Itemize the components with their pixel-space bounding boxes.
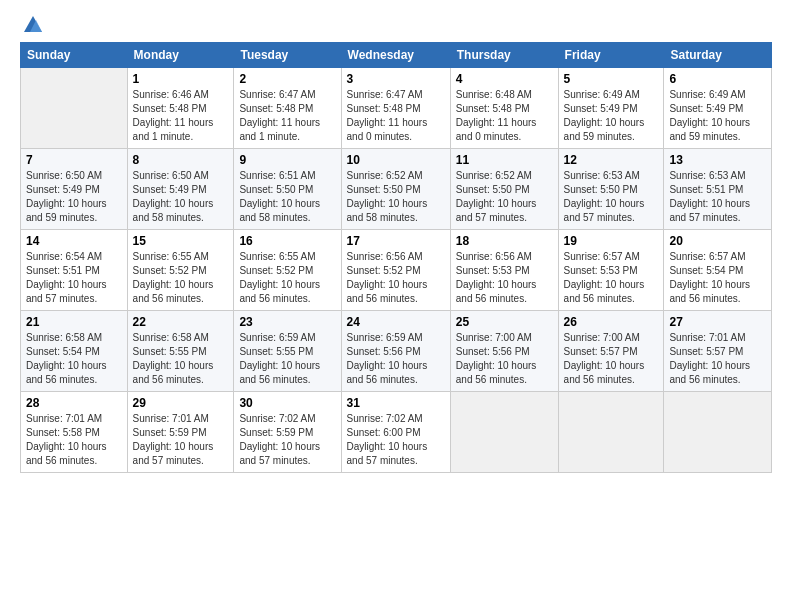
day-number: 28 [26,396,122,410]
day-number: 5 [564,72,659,86]
day-info: Sunrise: 6:58 AM Sunset: 5:54 PM Dayligh… [26,331,122,387]
day-cell [450,392,558,473]
col-header-saturday: Saturday [664,43,772,68]
day-info: Sunrise: 6:50 AM Sunset: 5:49 PM Dayligh… [26,169,122,225]
day-info: Sunrise: 6:58 AM Sunset: 5:55 PM Dayligh… [133,331,229,387]
day-info: Sunrise: 7:00 AM Sunset: 5:56 PM Dayligh… [456,331,553,387]
day-info: Sunrise: 6:49 AM Sunset: 5:49 PM Dayligh… [564,88,659,144]
week-row-5: 28Sunrise: 7:01 AM Sunset: 5:58 PM Dayli… [21,392,772,473]
day-cell: 16Sunrise: 6:55 AM Sunset: 5:52 PM Dayli… [234,230,341,311]
day-info: Sunrise: 6:55 AM Sunset: 5:52 PM Dayligh… [133,250,229,306]
day-info: Sunrise: 6:47 AM Sunset: 5:48 PM Dayligh… [347,88,445,144]
day-cell: 15Sunrise: 6:55 AM Sunset: 5:52 PM Dayli… [127,230,234,311]
day-number: 19 [564,234,659,248]
day-cell: 14Sunrise: 6:54 AM Sunset: 5:51 PM Dayli… [21,230,128,311]
day-cell [558,392,664,473]
day-info: Sunrise: 7:01 AM Sunset: 5:59 PM Dayligh… [133,412,229,468]
col-header-wednesday: Wednesday [341,43,450,68]
day-number: 31 [347,396,445,410]
day-info: Sunrise: 6:50 AM Sunset: 5:49 PM Dayligh… [133,169,229,225]
day-number: 24 [347,315,445,329]
day-number: 13 [669,153,766,167]
day-number: 18 [456,234,553,248]
day-number: 27 [669,315,766,329]
day-number: 23 [239,315,335,329]
day-info: Sunrise: 6:53 AM Sunset: 5:51 PM Dayligh… [669,169,766,225]
day-cell: 24Sunrise: 6:59 AM Sunset: 5:56 PM Dayli… [341,311,450,392]
day-cell: 10Sunrise: 6:52 AM Sunset: 5:50 PM Dayli… [341,149,450,230]
day-cell: 19Sunrise: 6:57 AM Sunset: 5:53 PM Dayli… [558,230,664,311]
week-row-3: 14Sunrise: 6:54 AM Sunset: 5:51 PM Dayli… [21,230,772,311]
day-info: Sunrise: 6:55 AM Sunset: 5:52 PM Dayligh… [239,250,335,306]
day-cell: 12Sunrise: 6:53 AM Sunset: 5:50 PM Dayli… [558,149,664,230]
day-info: Sunrise: 7:00 AM Sunset: 5:57 PM Dayligh… [564,331,659,387]
day-cell [21,68,128,149]
day-info: Sunrise: 6:59 AM Sunset: 5:56 PM Dayligh… [347,331,445,387]
day-cell: 5Sunrise: 6:49 AM Sunset: 5:49 PM Daylig… [558,68,664,149]
day-cell: 1Sunrise: 6:46 AM Sunset: 5:48 PM Daylig… [127,68,234,149]
day-info: Sunrise: 7:01 AM Sunset: 5:57 PM Dayligh… [669,331,766,387]
calendar-table: SundayMondayTuesdayWednesdayThursdayFrid… [20,42,772,473]
day-info: Sunrise: 6:59 AM Sunset: 5:55 PM Dayligh… [239,331,335,387]
logo [20,18,44,32]
day-cell [664,392,772,473]
day-cell: 18Sunrise: 6:56 AM Sunset: 5:53 PM Dayli… [450,230,558,311]
day-number: 29 [133,396,229,410]
week-row-4: 21Sunrise: 6:58 AM Sunset: 5:54 PM Dayli… [21,311,772,392]
day-cell: 8Sunrise: 6:50 AM Sunset: 5:49 PM Daylig… [127,149,234,230]
day-info: Sunrise: 6:54 AM Sunset: 5:51 PM Dayligh… [26,250,122,306]
day-number: 4 [456,72,553,86]
day-number: 16 [239,234,335,248]
day-cell: 25Sunrise: 7:00 AM Sunset: 5:56 PM Dayli… [450,311,558,392]
day-number: 10 [347,153,445,167]
day-number: 1 [133,72,229,86]
day-number: 17 [347,234,445,248]
day-info: Sunrise: 6:47 AM Sunset: 5:48 PM Dayligh… [239,88,335,144]
day-info: Sunrise: 6:52 AM Sunset: 5:50 PM Dayligh… [456,169,553,225]
day-number: 30 [239,396,335,410]
calendar-header-row: SundayMondayTuesdayWednesdayThursdayFrid… [21,43,772,68]
day-cell: 21Sunrise: 6:58 AM Sunset: 5:54 PM Dayli… [21,311,128,392]
day-cell: 22Sunrise: 6:58 AM Sunset: 5:55 PM Dayli… [127,311,234,392]
day-cell: 2Sunrise: 6:47 AM Sunset: 5:48 PM Daylig… [234,68,341,149]
day-cell: 11Sunrise: 6:52 AM Sunset: 5:50 PM Dayli… [450,149,558,230]
week-row-2: 7Sunrise: 6:50 AM Sunset: 5:49 PM Daylig… [21,149,772,230]
day-cell: 7Sunrise: 6:50 AM Sunset: 5:49 PM Daylig… [21,149,128,230]
day-cell: 4Sunrise: 6:48 AM Sunset: 5:48 PM Daylig… [450,68,558,149]
day-cell: 17Sunrise: 6:56 AM Sunset: 5:52 PM Dayli… [341,230,450,311]
day-cell: 9Sunrise: 6:51 AM Sunset: 5:50 PM Daylig… [234,149,341,230]
day-number: 12 [564,153,659,167]
day-number: 22 [133,315,229,329]
day-info: Sunrise: 6:56 AM Sunset: 5:53 PM Dayligh… [456,250,553,306]
day-number: 11 [456,153,553,167]
col-header-thursday: Thursday [450,43,558,68]
day-number: 7 [26,153,122,167]
day-info: Sunrise: 6:48 AM Sunset: 5:48 PM Dayligh… [456,88,553,144]
day-number: 20 [669,234,766,248]
day-info: Sunrise: 6:57 AM Sunset: 5:54 PM Dayligh… [669,250,766,306]
day-cell: 20Sunrise: 6:57 AM Sunset: 5:54 PM Dayli… [664,230,772,311]
day-cell: 6Sunrise: 6:49 AM Sunset: 5:49 PM Daylig… [664,68,772,149]
day-cell: 31Sunrise: 7:02 AM Sunset: 6:00 PM Dayli… [341,392,450,473]
logo-icon [22,14,44,36]
day-number: 3 [347,72,445,86]
day-number: 8 [133,153,229,167]
day-cell: 30Sunrise: 7:02 AM Sunset: 5:59 PM Dayli… [234,392,341,473]
day-cell: 27Sunrise: 7:01 AM Sunset: 5:57 PM Dayli… [664,311,772,392]
day-number: 2 [239,72,335,86]
day-info: Sunrise: 6:46 AM Sunset: 5:48 PM Dayligh… [133,88,229,144]
day-cell: 29Sunrise: 7:01 AM Sunset: 5:59 PM Dayli… [127,392,234,473]
day-info: Sunrise: 6:49 AM Sunset: 5:49 PM Dayligh… [669,88,766,144]
day-cell: 26Sunrise: 7:00 AM Sunset: 5:57 PM Dayli… [558,311,664,392]
week-row-1: 1Sunrise: 6:46 AM Sunset: 5:48 PM Daylig… [21,68,772,149]
col-header-friday: Friday [558,43,664,68]
day-info: Sunrise: 6:56 AM Sunset: 5:52 PM Dayligh… [347,250,445,306]
col-header-sunday: Sunday [21,43,128,68]
day-number: 15 [133,234,229,248]
col-header-tuesday: Tuesday [234,43,341,68]
day-info: Sunrise: 6:57 AM Sunset: 5:53 PM Dayligh… [564,250,659,306]
day-number: 21 [26,315,122,329]
day-number: 6 [669,72,766,86]
day-cell: 23Sunrise: 6:59 AM Sunset: 5:55 PM Dayli… [234,311,341,392]
day-number: 14 [26,234,122,248]
